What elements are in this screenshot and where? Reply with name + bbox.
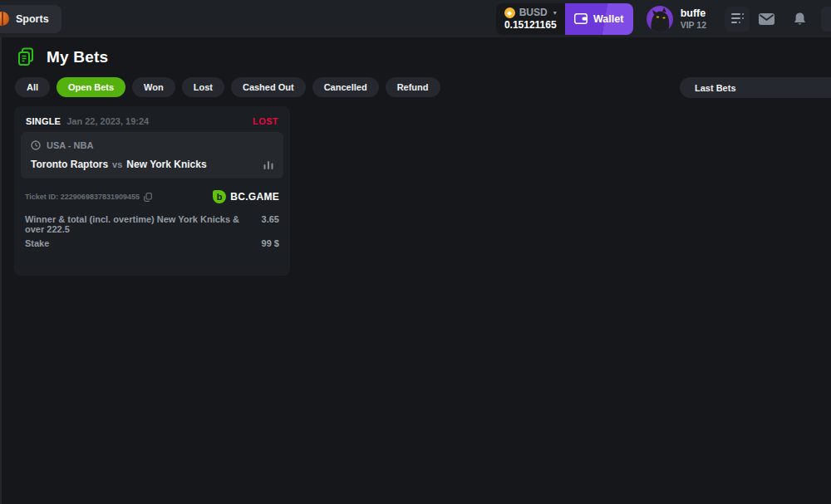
my-bets-page: My Bets All Open Bets Won Lost Cashed Ou… [0,37,831,276]
home-team: Toronto Raptors [31,159,108,170]
clock-icon [31,140,41,150]
sports-tab[interactable]: Sports [0,5,61,33]
bell-icon [794,12,806,26]
filter-open-bets[interactable]: Open Bets [57,77,125,97]
basketball-icon [0,12,9,26]
bar-chart-icon [263,159,273,169]
teams-row: Toronto Raptors vs New York Knicks [31,159,273,170]
selection-odds: 3.65 [255,214,279,234]
statistics-button[interactable] [263,159,273,169]
filter-all[interactable]: All [15,77,50,97]
last-bets-label: Last Bets [695,83,736,93]
league-label: USA - NBA [47,140,93,150]
username: buffe [681,7,706,19]
vip-level: VIP 12 [681,20,706,30]
notifications-button[interactable] [783,12,816,26]
bet-date: Jan 22, 2023, 19:24 [66,116,149,126]
filter-bar: All Open Bets Won Lost Cashed Out Cancel… [0,66,831,97]
busd-coin-icon: ◆ [504,7,515,18]
bet-card-header: SINGLE Jan 22, 2023, 19:24 LOST [21,113,283,132]
wallet-button-label: Wallet [593,13,623,25]
sports-tab-label: Sports [16,13,49,25]
bet-details: Winner & total (incl. overtime) New York… [21,214,283,248]
filter-cancelled[interactable]: Cancelled [312,77,379,97]
page-title: My Bets [47,48,108,66]
selection-row: Winner & total (incl. overtime) New York… [25,214,279,234]
filter-refund[interactable]: Refund [386,77,440,97]
stake-label: Stake [25,238,49,248]
topbar-icon-buttons [725,7,831,32]
match-box: USA - NBA Toronto Raptors vs New York Kn… [21,132,283,179]
last-bets-select[interactable]: Last Bets [680,77,831,98]
selection-label: Winner & total (incl. overtime) New York… [25,214,255,234]
ticket-row: Ticket ID: 2229069837831909455 b BC.GAME [21,190,283,203]
brand-logo: b BC.GAME [213,190,279,203]
top-bar: Sports ◆ BUSD ▾ 0.15121165 Wallet [0,0,831,37]
vs-label: vs [112,159,122,169]
bet-slip-icon [731,13,744,24]
messages-button[interactable] [750,13,783,25]
filter-lost[interactable]: Lost [182,77,224,97]
bet-type: SINGLE [26,116,61,126]
left-edge-strip [0,37,2,504]
ticket-id: Ticket ID: 2229069837831909455 [25,193,140,201]
brand-name: BC.GAME [230,191,279,203]
filter-won[interactable]: Won [132,77,175,97]
away-team: New York Knicks [126,159,206,170]
wallet-icon [574,13,588,24]
bcgame-badge-icon: b [213,190,226,203]
avatar-monster-image [647,6,673,32]
copy-ticket-id-button[interactable] [144,193,152,202]
avatar [647,6,673,32]
currency-selector[interactable]: ◆ BUSD ▾ 0.15121165 [496,3,565,35]
bet-slip-button[interactable] [725,7,750,32]
my-bets-icon [17,47,36,66]
league-row: USA - NBA [31,140,273,150]
chevron-down-icon: ▾ [553,9,557,17]
currency-balance: 0.15121165 [504,19,557,31]
currency-code: BUSD [519,7,548,18]
copy-icon [144,193,152,202]
bet-status-badge: LOST [253,116,278,126]
user-menu[interactable]: buffe VIP 12 [647,6,706,32]
wallet-button[interactable]: Wallet [565,3,633,35]
stake-row: Stake 99 $ [25,238,279,248]
topbar-right-cluster: ◆ BUSD ▾ 0.15121165 Wallet [496,3,831,35]
stake-value: 99 $ [255,238,279,248]
mail-icon [759,13,774,25]
bet-card: SINGLE Jan 22, 2023, 19:24 LOST USA - NB… [14,106,290,276]
chat-button-partial[interactable] [821,7,831,32]
page-header: My Bets [0,37,831,66]
filter-cashed-out[interactable]: Cashed Out [231,77,306,97]
